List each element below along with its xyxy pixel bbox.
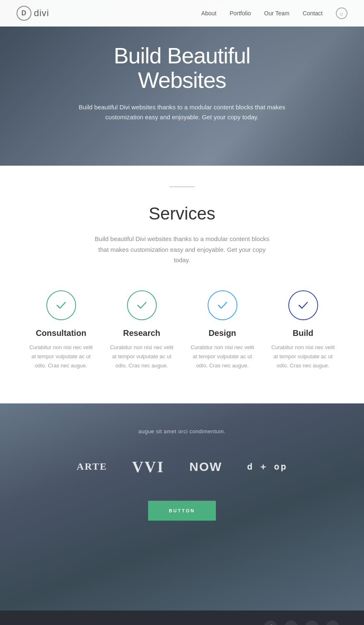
portfolio-logos: ARTE VVI NOW d + op [25,458,339,476]
service-build: Build Curabitur non nisi nec velit at te… [267,290,339,370]
research-label: Research [110,328,174,338]
design-description: Curabitur non nisi nec velit at tempor v… [190,343,254,370]
research-description: Curabitur non nisi nec velit at tempor v… [110,343,174,370]
hero-title: Build Beautiful Websites [70,43,294,93]
services-grid: Consultation Curabitur non nisi nec veli… [25,290,339,370]
service-research: Research Curabitur non nisi nec velit at… [105,290,178,370]
consultation-icon [46,290,76,320]
design-label: Design [190,328,254,338]
logo[interactable]: D divi [17,6,49,21]
portfolio-button[interactable]: BUTTON [148,501,216,521]
logo-vvi: VVI [132,458,165,476]
nav-contact[interactable]: Contact [303,10,323,17]
design-icon [208,290,237,320]
logo-now: NOW [189,460,222,474]
google-plus-icon[interactable]: g+ [305,620,318,625]
rss-icon[interactable]: ≈ [326,620,339,625]
footer-social: f t g+ ≈ [264,620,339,625]
navigation: D divi About Portfolio Our Team Contact … [0,0,364,27]
build-label: Build [271,328,335,338]
logo-arte: ARTE [77,461,107,472]
search-icon[interactable]: ⌕ [336,7,347,19]
logo-circle: D [17,6,31,21]
logo-letter: D [22,10,27,17]
portfolio-partial-text: augue sit amet orci condimentum. [138,428,225,434]
portfolio-section: augue sit amet orci condimentum. ARTE VV… [0,403,364,611]
divider-line [170,186,194,187]
twitter-icon[interactable]: t [285,620,298,625]
service-design: Design Curabitur non nisi nec velit at t… [186,290,259,370]
nav-links: About Portfolio Our Team Contact ⌕ [201,7,347,19]
hero-description: Build beautiful Divi websites thanks to … [70,102,294,122]
logo-dop: d + op [247,461,287,472]
divider-section [0,166,364,191]
services-description: Build beautiful Divi websites thanks to … [91,234,273,265]
consultation-label: Consultation [29,328,93,338]
services-section: Services Build beautiful Divi websites t… [0,191,364,403]
footer: Designed by Elegant Themes | Powered by … [0,611,364,625]
portfolio-content: augue sit amet orci condimentum. ARTE VV… [0,403,364,554]
facebook-icon[interactable]: f [264,620,277,625]
logo-text: divi [34,8,49,19]
build-description: Curabitur non nisi nec velit at tempor v… [271,343,335,370]
nav-about[interactable]: About [201,10,217,17]
nav-our-team[interactable]: Our Team [264,10,290,17]
research-icon [127,290,157,320]
services-title: Services [25,204,339,224]
nav-portfolio[interactable]: Portfolio [230,10,251,17]
consultation-description: Curabitur non nisi nec velit at tempor v… [29,343,93,370]
hero-content: Build Beautiful Websites Build beautiful… [46,43,318,123]
build-icon [288,290,318,320]
service-consultation: Consultation Curabitur non nisi nec veli… [25,290,97,370]
